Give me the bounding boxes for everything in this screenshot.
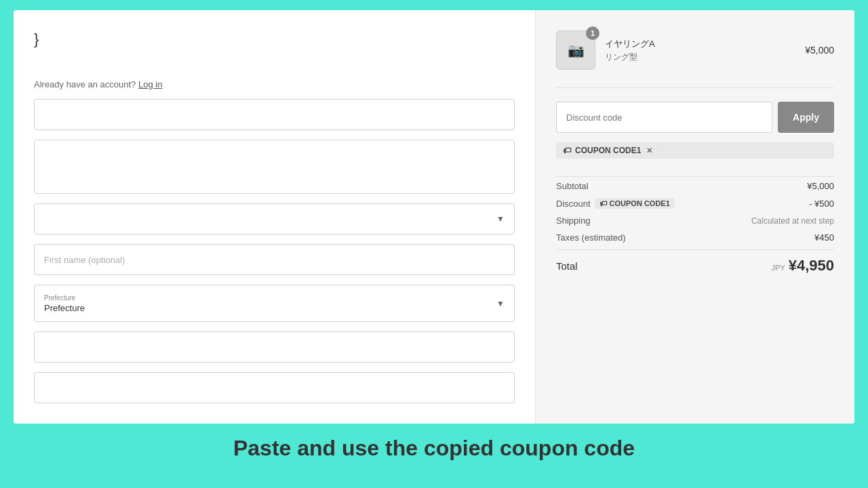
taxes-label: Taxes (estimated) [556,232,626,243]
shipping-row: Shipping Calculated at next step [556,216,834,226]
shipping-value: Calculated at next step [751,216,834,226]
camera-icon: 📷 [568,42,585,58]
discount-input-row: Apply [556,102,834,133]
total-currency: JPY [772,264,785,272]
discount-row: Discount 🏷 COUPON CODE1 - ¥500 [556,198,834,209]
contact-input[interactable] [34,99,515,130]
discount-badge-icon: 🏷 [599,199,607,207]
city-input[interactable] [34,372,515,403]
product-image-wrapper: 📷 1 [556,30,595,70]
brace-text: } [34,30,515,48]
total-label: Total [556,260,578,272]
prefecture-value: Prefecture [44,303,505,313]
apply-button[interactable]: Apply [778,102,834,133]
discount-code-badge: 🏷 COUPON CODE1 [595,198,675,209]
discount-code-input[interactable] [556,102,772,133]
discount-badge-label: COUPON CODE1 [610,199,670,207]
product-row: 📷 1 イヤリングA リング型 ¥5,000 [556,30,834,70]
summary-section: Subtotal ¥5,000 Discount 🏷 COUPON CODE1 … [556,181,834,243]
discount-label-group: Discount 🏷 COUPON CODE1 [556,198,675,209]
product-info: イヤリングA リング型 [605,38,795,63]
divider-1 [556,87,834,88]
coupon-tag: 🏷 COUPON CODE1 ✕ [556,142,834,159]
main-wrapper: } Already have an account? Log in ▼ Firs… [14,10,854,424]
total-value-group: JPY ¥4,950 [772,257,834,274]
product-price: ¥5,000 [805,45,834,56]
right-panel: 📷 1 イヤリングA リング型 ¥5,000 Apply 🏷 COUPON CO… [536,10,854,424]
total-row: Total JPY ¥4,950 [556,257,834,274]
coupon-tag-label: COUPON CODE1 [575,146,641,155]
login-link[interactable]: Log in [138,79,162,89]
discount-value: - ¥500 [809,199,834,209]
divider-2 [556,176,834,177]
taxes-row: Taxes (estimated) ¥450 [556,232,834,243]
first-name-input[interactable]: First name (optional) [34,244,515,275]
prefecture-arrow-icon: ▼ [496,299,505,308]
address-line-input[interactable] [34,331,515,363]
total-amount: ¥4,950 [789,257,834,274]
coupon-remove-button[interactable]: ✕ [646,146,652,155]
total-divider [556,249,834,250]
subtotal-label: Subtotal [556,181,589,191]
bottom-caption: Paste and use the copied coupon code [14,424,854,461]
taxes-value: ¥450 [814,232,834,243]
left-panel: } Already have an account? Log in ▼ Firs… [14,10,536,424]
country-select-arrow: ▼ [496,214,505,224]
prefecture-label: Prefecture [44,294,505,302]
subtotal-row: Subtotal ¥5,000 [556,181,834,191]
subtotal-value: ¥5,000 [807,181,834,191]
product-name: イヤリングA [605,38,795,50]
discount-label: Discount [556,199,591,209]
prefecture-select[interactable]: Prefecture Prefecture ▼ [34,285,515,322]
coupon-icon: 🏷 [563,146,571,155]
shipping-label: Shipping [556,216,591,226]
country-select[interactable]: ▼ [34,203,515,235]
address-input-area[interactable] [34,140,515,194]
already-account-text: Already have an account? Log in [34,79,515,89]
product-variant: リング型 [605,52,795,63]
quantity-badge: 1 [586,26,599,40]
